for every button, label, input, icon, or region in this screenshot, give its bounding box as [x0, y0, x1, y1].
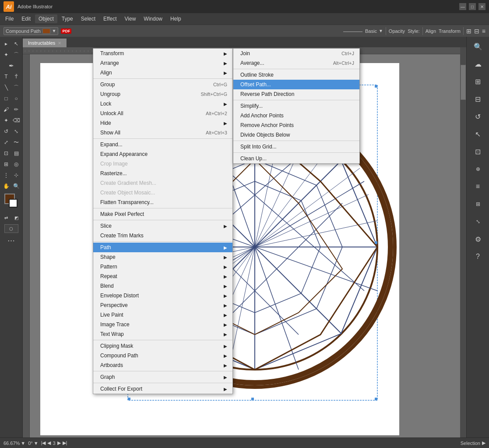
menu-pattern[interactable]: Pattern ▶	[93, 262, 232, 272]
submenu-join[interactable]: Join Ctrl+J	[233, 49, 359, 58]
panel-btn2[interactable]: ⊡	[470, 144, 486, 159]
close-button[interactable]: ✕	[478, 3, 485, 10]
lasso-tool[interactable]: ⌒	[12, 49, 21, 60]
slice-tool[interactable]: ⊹	[12, 170, 21, 180]
menu-object[interactable]: Object	[35, 14, 57, 23]
submenu-average[interactable]: Average... Alt+Ctrl+J	[233, 58, 359, 68]
refresh-btn[interactable]: ↺	[470, 109, 486, 124]
transform-item[interactable]: Transform	[439, 28, 461, 34]
page-next-last[interactable]: ▶|	[63, 440, 67, 446]
scale-tool[interactable]: ⤡	[12, 126, 21, 137]
submenu-divide-objects[interactable]: Divide Objects Below	[233, 130, 359, 140]
menu-pixel-perfect[interactable]: Make Pixel Perfect	[93, 209, 232, 219]
menu-image-trace[interactable]: Image Trace ▶	[93, 320, 232, 329]
selection-tool[interactable]: ▸	[2, 39, 11, 49]
menu-ungroup[interactable]: Ungroup Shift+Ctrl+G	[93, 89, 232, 99]
help-panel-btn[interactable]: ?	[470, 249, 486, 265]
align-item[interactable]: Align	[426, 28, 436, 34]
graph-tool[interactable]: ▤	[12, 148, 21, 159]
menu-compound-path[interactable]: Compound Path ▶	[93, 351, 232, 360]
submenu-offset-path[interactable]: Offset Path...	[233, 80, 359, 89]
text-tool[interactable]: T	[2, 71, 11, 82]
grid-panel-btn[interactable]: ⊞	[470, 74, 486, 89]
page-prev[interactable]: ◀	[47, 440, 51, 446]
menu-edit[interactable]: Edit	[18, 14, 34, 23]
menu-transform[interactable]: Transform ▶	[93, 49, 232, 58]
submenu-outline-stroke[interactable]: Outline Stroke	[233, 70, 359, 80]
menu-repeat[interactable]: Repeat ▶	[93, 272, 232, 281]
menu-flatten[interactable]: Flatten Transparency...	[93, 198, 232, 207]
style-dropdown[interactable]: Basic ▼	[365, 28, 383, 34]
menu-clipping[interactable]: Clipping Mask ▶	[93, 341, 232, 351]
menu-hide[interactable]: Hide ▶	[93, 118, 232, 128]
zoom-tool[interactable]: 🔍	[12, 181, 21, 191]
reset-colors[interactable]: ◩	[12, 212, 21, 223]
maximize-button[interactable]: □	[469, 3, 476, 10]
menu-blend[interactable]: Blend ▶	[93, 281, 232, 291]
align-btn[interactable]: ⊞	[470, 196, 486, 212]
menu-text-wrap[interactable]: Text Wrap ▶	[93, 329, 232, 339]
free-transform-tool[interactable]: ⊡	[2, 148, 11, 159]
pointer-btn[interactable]: ↖	[470, 126, 486, 142]
menu-rasterize[interactable]: Rasterize...	[93, 169, 232, 178]
arc-tool[interactable]: ⌒	[12, 82, 21, 93]
warp-tool[interactable]: 〜	[12, 137, 21, 148]
menu-select[interactable]: Select	[77, 14, 99, 23]
submenu-split-grid[interactable]: Split Into Grid...	[233, 142, 359, 152]
pen-tool[interactable]: ✒	[2, 60, 21, 71]
tab-close[interactable]: ✕	[58, 41, 61, 46]
page-prev-first[interactable]: |◀	[41, 440, 46, 446]
cloud-btn[interactable]: ☁	[470, 56, 486, 72]
paintbrush-tool[interactable]: 🖌	[2, 104, 11, 115]
stroke-color[interactable]	[9, 199, 18, 208]
scrollbar-vertical[interactable]	[460, 47, 466, 437]
grid-btn[interactable]: ⊞	[466, 28, 471, 35]
line-tool[interactable]: ╲	[2, 82, 11, 93]
menu-live-paint[interactable]: Live Paint ▶	[93, 310, 232, 320]
rect-tool[interactable]: □	[2, 93, 11, 104]
magic-wand-tool[interactable]: ✦	[2, 49, 11, 60]
panel-btn[interactable]: ⊟	[474, 28, 479, 35]
menu-effect[interactable]: Effect	[100, 14, 120, 23]
menu-group[interactable]: Group Ctrl+G	[93, 80, 232, 89]
layers-btn[interactable]: ≡	[470, 179, 486, 194]
menu-file[interactable]: File	[2, 14, 17, 23]
submenu-add-anchor[interactable]: Add Anchor Points	[233, 111, 359, 120]
pencil-tool[interactable]: ✏	[12, 104, 21, 115]
menu-arrange[interactable]: Arrange ▶	[93, 58, 232, 68]
rotation-control[interactable]: 0° ▼	[28, 441, 38, 446]
hand-tool[interactable]: ✋	[2, 181, 11, 191]
rotate-tool[interactable]: ↺	[2, 126, 11, 137]
submenu-simplify[interactable]: Simplify...	[233, 101, 359, 111]
submenu-cleanup[interactable]: Clean Up...	[233, 154, 359, 163]
menu-expand[interactable]: Expand...	[93, 140, 232, 149]
menu-unlock-all[interactable]: Unlock All Alt+Ctrl+2	[93, 109, 232, 118]
menu-lock[interactable]: Lock ▶	[93, 99, 232, 109]
menu-collect-export[interactable]: Collect For Export ▶	[93, 384, 232, 394]
transform-btn[interactable]: ⊕	[470, 161, 486, 177]
menu-envelope[interactable]: Envelope Distort ▶	[93, 291, 232, 300]
more-tools[interactable]: …	[7, 234, 15, 243]
zoom-control[interactable]: 66.67% ▼	[4, 441, 25, 446]
menu-slice[interactable]: Slice ▶	[93, 221, 232, 231]
scrollbar-thumb-v[interactable]	[461, 65, 466, 100]
menu-align[interactable]: Align ▶	[93, 68, 232, 78]
export-btn[interactable]: ⤡	[470, 214, 486, 229]
page-next[interactable]: ▶	[57, 440, 61, 446]
ellipse-tool[interactable]: ○	[12, 93, 21, 104]
menu-expand-appearance[interactable]: Expand Appearance	[93, 149, 232, 159]
submenu-remove-anchor[interactable]: Remove Anchor Points	[233, 120, 359, 130]
submenu-reverse-path[interactable]: Reverse Path Direction	[233, 89, 359, 99]
width-tool[interactable]: ⤢	[2, 137, 11, 148]
menu-help[interactable]: Help	[167, 14, 185, 23]
minimize-button[interactable]: —	[459, 3, 466, 10]
pdf-button[interactable]: PDF	[61, 28, 71, 34]
menu-show-all[interactable]: Show All Alt+Ctrl+3	[93, 128, 232, 138]
menu-shape[interactable]: Shape ▶	[93, 252, 232, 262]
mesh-tool[interactable]: ⊞	[2, 159, 11, 169]
menu-graph[interactable]: Graph ▶	[93, 372, 232, 382]
hamburger-btn[interactable]: ≡	[482, 28, 485, 35]
eraser-tool[interactable]: ⌫	[12, 115, 21, 126]
menu-perspective[interactable]: Perspective ▶	[93, 300, 232, 310]
draw-mode[interactable]: ⬡	[4, 224, 18, 233]
